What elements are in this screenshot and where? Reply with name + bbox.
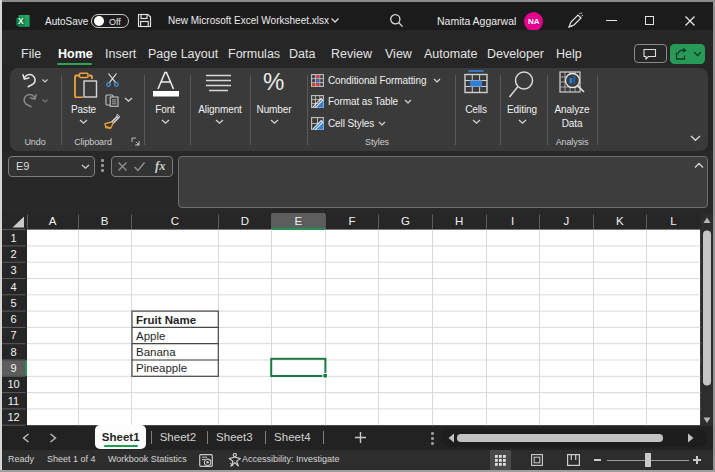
svg-text:Banana: Banana [136,346,176,358]
svg-text:I: I [511,215,514,227]
svg-text:6: 6 [10,313,16,325]
svg-text:F: F [348,215,355,227]
svg-text:B: B [101,215,109,227]
svg-text:H: H [455,215,463,227]
svg-text:Fruit Name: Fruit Name [136,314,196,326]
svg-text:L: L [670,215,677,227]
svg-text:Pineapple: Pineapple [136,362,187,374]
svg-text:4: 4 [10,281,16,293]
svg-text:D: D [241,215,249,227]
svg-text:G: G [401,215,410,227]
svg-text:E: E [294,215,302,227]
svg-text:J: J [563,215,569,227]
svg-text:12: 12 [7,411,19,423]
svg-text:K: K [616,215,624,227]
svg-text:C: C [171,215,179,227]
svg-text:5: 5 [10,297,16,309]
svg-text:10: 10 [7,378,19,390]
svg-text:X: X [18,16,24,26]
svg-text:2: 2 [10,248,16,260]
svg-text:A: A [49,215,57,227]
svg-text:7: 7 [10,329,16,341]
svg-text:8: 8 [10,346,16,358]
svg-text:11: 11 [8,395,19,407]
svg-text:3: 3 [10,264,16,276]
svg-text:9: 9 [10,362,16,374]
svg-text:1: 1 [10,232,16,244]
svg-text:Apple: Apple [136,330,165,342]
